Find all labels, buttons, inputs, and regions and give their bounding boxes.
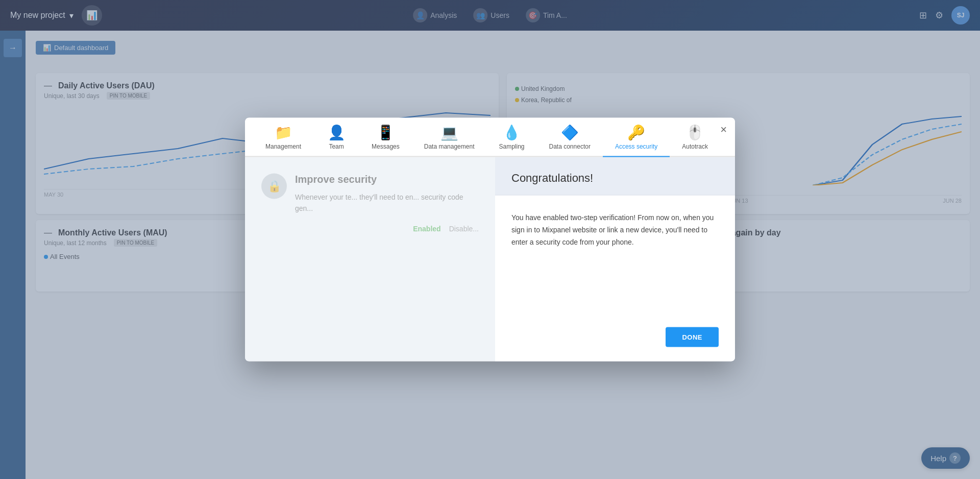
congratulations-text: You have enabled two-step verification! …: [511, 212, 719, 248]
lock-icon: 🔒: [261, 174, 287, 199]
modal-tab-autotrack[interactable]: 🖱️ Autotrack: [670, 118, 720, 157]
access-security-icon: 🔑: [627, 124, 645, 141]
modal-tab-data-connector[interactable]: 🔷 Data connector: [537, 118, 603, 157]
modal-tab-management[interactable]: 📁 Management: [253, 118, 313, 157]
messages-icon: 📱: [377, 124, 395, 141]
modal-tab-data-management[interactable]: 💻 Data management: [412, 118, 487, 157]
modal-close-button[interactable]: ×: [720, 124, 727, 135]
autotrack-icon: 🖱️: [686, 124, 704, 141]
congratulations-footer: DONE: [495, 319, 735, 362]
modal-tab-team[interactable]: 👤 Team: [313, 118, 359, 157]
improve-security-desc: Whenever your te... they'll need to en..…: [295, 191, 479, 214]
done-button[interactable]: DONE: [666, 327, 719, 347]
congratulations-title: Congratulations!: [511, 172, 719, 185]
data-connector-icon: 🔷: [561, 124, 579, 141]
modal-tab-messages[interactable]: 📱 Messages: [359, 118, 412, 157]
sampling-icon: 💧: [503, 124, 521, 141]
data-management-icon: 💻: [440, 124, 458, 141]
enabled-disabled-buttons: Enabled Disable...: [261, 224, 479, 232]
team-icon: 👤: [328, 124, 346, 141]
improve-security-title: Improve security: [295, 174, 479, 185]
congratulations-panel: Congratulations! You have enabled two-st…: [495, 157, 735, 362]
modal-dialog: 📁 Management 👤 Team 📱 Messages 💻 Data ma…: [245, 118, 735, 362]
modal-tab-sampling[interactable]: 💧 Sampling: [486, 118, 536, 157]
modal-body: 🔒 Improve security Whenever your te... t…: [245, 157, 735, 362]
management-icon: 📁: [275, 124, 292, 141]
congratulations-body: You have enabled two-step verification! …: [495, 196, 735, 319]
modal-nav: 📁 Management 👤 Team 📱 Messages 💻 Data ma…: [245, 118, 735, 157]
security-lock-area: 🔒 Improve security Whenever your te... t…: [261, 174, 479, 214]
disable-button[interactable]: Disable...: [449, 224, 479, 232]
enabled-button[interactable]: Enabled: [413, 224, 440, 232]
congratulations-header: Congratulations!: [495, 157, 735, 196]
modal-tab-access-security[interactable]: 🔑 Access security: [603, 118, 670, 157]
modal-left-panel: 🔒 Improve security Whenever your te... t…: [245, 157, 495, 362]
